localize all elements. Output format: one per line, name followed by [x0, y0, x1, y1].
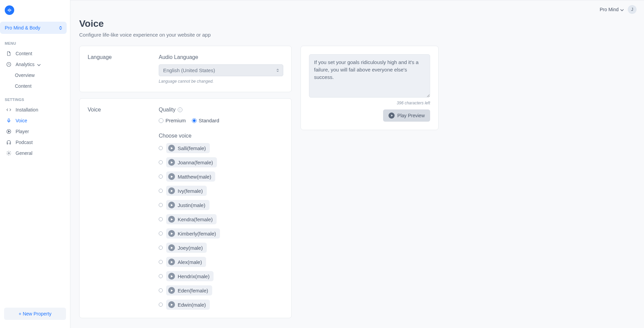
preview-textarea[interactable]: [309, 54, 430, 98]
sidebar-item-installation[interactable]: Installation: [0, 104, 70, 115]
play-icon: [168, 216, 175, 223]
voice-chip[interactable]: Joanna(female): [166, 157, 217, 167]
file-icon: [6, 51, 12, 56]
menu-section-label: MENU: [0, 41, 70, 48]
voice-chip[interactable]: Kimberly(female): [166, 228, 220, 239]
sidebar-item-analytics[interactable]: Analytics: [0, 59, 70, 70]
voice-radio[interactable]: [159, 189, 163, 193]
voice-section-label: Voice: [88, 107, 152, 310]
voice-radio[interactable]: [159, 303, 163, 307]
workspace-dropdown[interactable]: Pro Mind: [600, 7, 624, 12]
sidebar-item-podcast[interactable]: Podcast: [0, 137, 70, 148]
voice-option: Justin(male): [159, 200, 283, 210]
user-avatar[interactable]: J: [628, 5, 637, 14]
voice-radio[interactable]: [159, 274, 163, 278]
voice-option: Matthew(male): [159, 171, 283, 182]
play-icon: [168, 145, 175, 151]
language-helper-text: Language cannot be changed.: [159, 79, 283, 84]
voice-option: Ivy(female): [159, 186, 283, 196]
play-icon: [388, 112, 395, 119]
voice-option: Eden(female): [159, 285, 283, 295]
preview-card: 396 characters left Play Preview: [301, 46, 439, 130]
quality-radio-group: PremiumStandard: [159, 118, 283, 123]
app-logo[interactable]: [5, 5, 14, 15]
gear-icon: [6, 150, 12, 156]
voice-chip[interactable]: Justin(male): [166, 200, 209, 210]
sidebar-item-content[interactable]: Content: [0, 48, 70, 59]
voice-chip[interactable]: Kendra(female): [166, 214, 217, 224]
sidebar-sub-overview[interactable]: Overview: [0, 70, 70, 81]
voice-name: Hendrix(male): [178, 273, 209, 279]
voice-name: Joanna(female): [178, 160, 213, 165]
voice-radio[interactable]: [159, 203, 163, 207]
sidebar-item-label: General: [16, 150, 32, 156]
voice-name: Justin(male): [178, 202, 205, 208]
play-icon: [168, 259, 175, 265]
radio-icon: [159, 118, 163, 123]
quality-label: Quality: [159, 107, 176, 113]
updown-icon: [59, 26, 62, 30]
chevron-down-icon: [620, 7, 624, 12]
svg-point-5: [8, 152, 9, 154]
mic-icon: [6, 118, 12, 123]
voice-chip[interactable]: Joey(male): [166, 243, 207, 253]
clock-icon: [6, 62, 12, 67]
play-preview-button[interactable]: Play Preview: [383, 109, 430, 122]
voice-radio[interactable]: [159, 217, 163, 221]
sidebar-item-voice[interactable]: Voice: [0, 115, 70, 126]
voice-name: Matthew(male): [178, 174, 211, 180]
voice-name: Joey(male): [178, 245, 203, 251]
quality-option-standard[interactable]: Standard: [192, 118, 219, 123]
voice-name: Kimberly(female): [178, 231, 216, 237]
voice-name: Kendra(female): [178, 217, 213, 222]
play-preview-label: Play Preview: [397, 113, 425, 118]
svg-rect-4: [10, 143, 11, 144]
play-icon: [168, 230, 175, 237]
voice-radio[interactable]: [159, 160, 163, 164]
voice-chip[interactable]: Ivy(female): [166, 186, 207, 196]
property-selector[interactable]: Pro Mind & Body: [0, 22, 67, 34]
headphones-icon: [6, 140, 12, 145]
voice-name: Edwin(male): [178, 302, 206, 308]
voice-chip[interactable]: Alex(male): [166, 257, 206, 267]
voice-chip[interactable]: Matthew(male): [166, 171, 215, 182]
property-name: Pro Mind & Body: [5, 25, 40, 30]
voice-chip[interactable]: Salli(female): [166, 143, 210, 153]
info-icon[interactable]: i: [178, 107, 182, 112]
voice-name: Salli(female): [178, 145, 206, 151]
updown-icon: [276, 69, 279, 72]
play-icon: [168, 301, 175, 308]
voice-radio[interactable]: [159, 246, 163, 250]
quality-option-premium[interactable]: Premium: [159, 118, 186, 123]
voice-option: Joey(male): [159, 243, 283, 253]
language-section-label: Language: [88, 54, 152, 84]
voice-radio[interactable]: [159, 175, 163, 179]
voice-radio[interactable]: [159, 260, 163, 264]
voice-chip[interactable]: Edwin(male): [166, 300, 210, 310]
sidebar-item-general[interactable]: General: [0, 148, 70, 159]
sidebar: Pro Mind & Body MENU Content Analytics O…: [0, 0, 70, 328]
sidebar-item-label: Player: [16, 129, 29, 134]
voice-chip[interactable]: Hendrix(male): [166, 271, 214, 281]
main: Pro Mind J Voice Configure life-like voi…: [70, 0, 644, 328]
page-title: Voice: [79, 18, 635, 29]
sound-wave-icon: [7, 7, 12, 13]
page-description: Configure life-like voice experience on …: [79, 32, 635, 38]
sidebar-sub-content[interactable]: Content: [0, 81, 70, 91]
voice-option: Edwin(male): [159, 300, 283, 310]
voice-radio[interactable]: [159, 146, 163, 150]
voice-radio[interactable]: [159, 231, 163, 235]
play-icon: [168, 287, 175, 294]
svg-rect-1: [8, 119, 9, 121]
voice-option: Salli(female): [159, 143, 283, 153]
sidebar-item-label: Installation: [16, 107, 38, 112]
new-property-button[interactable]: + New Property: [4, 308, 66, 320]
voice-chip[interactable]: Eden(female): [166, 285, 212, 295]
play-icon: [168, 173, 175, 180]
voice-radio[interactable]: [159, 288, 163, 292]
radio-icon: [192, 118, 197, 123]
voice-name: Eden(female): [178, 288, 208, 293]
sidebar-item-player[interactable]: Player: [0, 126, 70, 137]
topbar: Pro Mind J: [70, 0, 644, 18]
sidebar-item-label: Analytics: [16, 62, 35, 67]
